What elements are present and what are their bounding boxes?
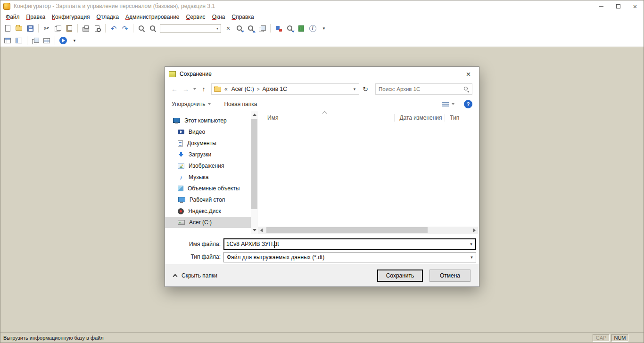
music-icon: ♪ xyxy=(178,174,184,180)
find-previous-button[interactable] xyxy=(246,23,256,33)
address-dropdown-button[interactable]: ▾ xyxy=(350,87,359,91)
new-folder-button[interactable]: Новая папка xyxy=(224,101,257,107)
organize-button[interactable]: Упорядочить xyxy=(172,101,211,107)
find-next-button[interactable] xyxy=(234,23,245,33)
print-preview-button[interactable] xyxy=(92,23,102,33)
breadcrumb-drive[interactable]: Acer (C:) xyxy=(230,86,256,92)
menu-help[interactable]: Справка xyxy=(229,12,257,22)
maximize-icon xyxy=(616,4,620,8)
sidebar-item-downloads[interactable]: Загрузки xyxy=(165,149,251,160)
dialog-titlebar[interactable]: Сохранение × xyxy=(165,67,479,81)
menu-edit[interactable]: Правка xyxy=(23,12,49,22)
address-bar[interactable]: « Acer (C:) > Архив 1С ▾ xyxy=(211,83,359,95)
window-list-button[interactable] xyxy=(257,23,267,33)
start-debug-button[interactable] xyxy=(58,35,68,46)
toolbar-overflow-button[interactable]: ▾ xyxy=(319,23,329,33)
search-input[interactable] xyxy=(376,86,472,92)
table-button[interactable] xyxy=(41,35,52,46)
save-button[interactable]: Сохранить xyxy=(377,270,423,282)
sidebar-scrollbar[interactable] xyxy=(251,111,258,234)
sidebar-item-label: Рабочий стол xyxy=(190,196,225,203)
open-file-button[interactable] xyxy=(14,23,24,33)
refresh-button[interactable]: ↻ xyxy=(359,83,372,95)
copy-button[interactable] xyxy=(53,23,63,33)
change-view-button[interactable] xyxy=(442,101,454,107)
new-file-button[interactable] xyxy=(2,23,13,33)
open-configuration-button[interactable] xyxy=(2,35,13,46)
menu-configuration[interactable]: Конфигурация xyxy=(49,12,93,22)
exchange-button[interactable] xyxy=(30,35,41,46)
address-collapsed-chevrons[interactable]: « xyxy=(224,86,228,92)
breadcrumb-folder[interactable]: Архив 1С xyxy=(261,86,289,92)
filename-combobox[interactable]: ▾ xyxy=(223,238,476,250)
help-button[interactable] xyxy=(464,100,472,108)
print-button[interactable] xyxy=(81,23,91,33)
syntax-help-button[interactable] xyxy=(296,23,306,33)
hide-folders-button[interactable]: Скрыть папки xyxy=(173,272,217,279)
filename-input[interactable] xyxy=(224,241,467,247)
maximize-button[interactable] xyxy=(610,0,627,12)
undo-button[interactable]: ↶ xyxy=(108,23,119,33)
dialog-title: Сохранение xyxy=(180,71,212,77)
book-icon xyxy=(298,25,304,32)
search-box[interactable] xyxy=(375,83,472,95)
minimize-button[interactable] xyxy=(593,0,610,12)
scroll-right-button[interactable] xyxy=(471,227,478,234)
sidebar-item-music[interactable]: ♪ Музыка xyxy=(165,172,251,183)
clear-icon: × xyxy=(226,25,230,32)
configurator-window: Конфигуратор - Зарплата и управление пер… xyxy=(0,0,644,343)
module-search-button[interactable] xyxy=(285,23,295,33)
forward-button[interactable]: → xyxy=(180,83,191,95)
find-combobox[interactable]: ▾ xyxy=(160,24,221,33)
scroll-up-button[interactable] xyxy=(251,111,258,118)
debug-options-button[interactable]: ▾ xyxy=(69,35,80,46)
cancel-button[interactable]: Отмена xyxy=(429,270,471,282)
chevron-down-icon xyxy=(452,103,454,105)
filetype-value: Файл для выгружаемых данных (*.dt) xyxy=(227,254,468,261)
sidebar-item-documents[interactable]: Документы xyxy=(165,138,251,149)
up-button[interactable]: ↑ xyxy=(198,83,209,95)
menu-windows[interactable]: Окна xyxy=(209,12,229,22)
scroll-down-button[interactable] xyxy=(251,227,258,234)
chevron-down-icon[interactable]: ▾ xyxy=(214,24,221,33)
history-dropdown-button[interactable] xyxy=(191,88,198,90)
dialog-body: Этот компьютер Видео Документы Загрузки … xyxy=(165,111,479,234)
close-button[interactable]: × xyxy=(627,0,644,12)
sidebar-item-pictures[interactable]: Изображения xyxy=(165,160,251,172)
sidebar-item-video[interactable]: Видео xyxy=(165,126,251,138)
clear-find-button[interactable]: × xyxy=(223,23,233,33)
filetype-combobox[interactable]: Файл для выгружаемых данных (*.dt) ▾ xyxy=(223,252,476,262)
interface-button[interactable] xyxy=(14,35,24,46)
menu-file[interactable]: Файл xyxy=(2,12,23,22)
sidebar-item-yandex-disk[interactable]: Яндекс.Диск xyxy=(165,205,251,217)
replace-button[interactable] xyxy=(148,23,158,33)
column-header-date[interactable]: Дата изменения xyxy=(395,111,445,124)
find-button[interactable] xyxy=(136,23,147,33)
paste-button[interactable] xyxy=(64,23,74,33)
save-file-button[interactable] xyxy=(25,23,35,33)
new-folder-label: Новая папка xyxy=(224,101,257,107)
find-input[interactable] xyxy=(160,25,214,32)
menu-debug[interactable]: Отладка xyxy=(93,12,122,22)
column-header-type[interactable]: Тип xyxy=(445,111,478,124)
dialog-close-button[interactable]: × xyxy=(458,67,479,81)
sidebar-item-desktop[interactable]: Рабочий стол xyxy=(165,194,251,205)
scrollbar-thumb[interactable] xyxy=(251,119,257,209)
about-button[interactable] xyxy=(307,23,318,33)
chevron-down-icon[interactable]: ▾ xyxy=(467,239,475,249)
sidebar-item-this-pc[interactable]: Этот компьютер xyxy=(165,115,251,126)
horizontal-scrollbar[interactable] xyxy=(258,227,478,234)
chevron-down-icon[interactable]: ▾ xyxy=(468,253,476,262)
scroll-left-button[interactable] xyxy=(258,227,265,234)
scrollbar-thumb[interactable] xyxy=(266,227,428,233)
toolbar-separator xyxy=(77,24,78,33)
back-button[interactable]: ← xyxy=(169,83,180,95)
toolbar-separator xyxy=(270,24,271,33)
check-syntax-button[interactable] xyxy=(273,23,284,33)
menu-service[interactable]: Сервис xyxy=(183,12,209,22)
cut-button[interactable]: ✂ xyxy=(41,23,52,33)
menu-administration[interactable]: Администрирование xyxy=(122,12,182,22)
sidebar-item-3d-objects[interactable]: Объемные объекты xyxy=(165,183,251,194)
sidebar-item-drive-c[interactable]: Acer (C:) xyxy=(165,217,251,228)
redo-button[interactable]: ↷ xyxy=(120,23,130,33)
